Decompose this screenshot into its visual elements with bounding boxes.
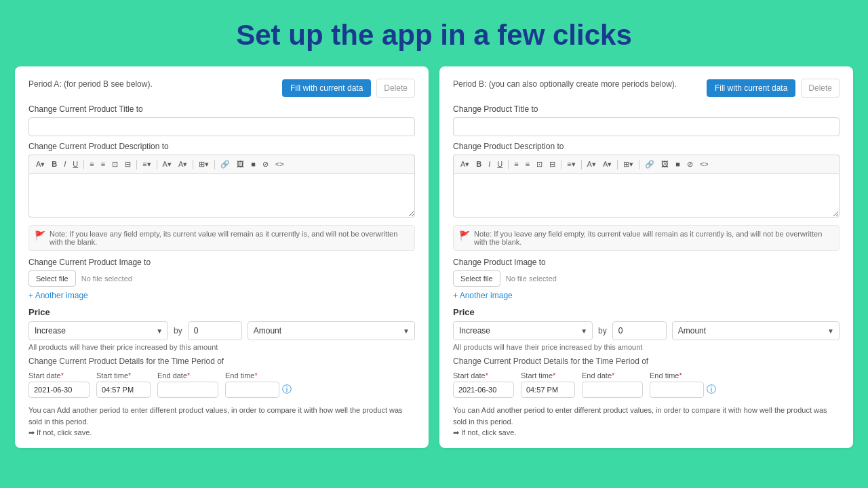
panel-b-toolbar-font-btn[interactable]: A▾ xyxy=(458,158,472,171)
panel-b-toolbar-table-btn[interactable]: ⊞▾ xyxy=(620,158,636,171)
panels-container: Period A: (for period B see below). Fill… xyxy=(0,66,868,448)
panel-a: Period A: (for period B see below). Fill… xyxy=(15,66,429,448)
panel-b-toolbar-underline-btn[interactable]: U xyxy=(494,158,505,171)
panel-b-toolbar-sep2 xyxy=(561,160,561,169)
panel-b-fill-button[interactable]: Fill with current data xyxy=(707,79,795,97)
panel-b-start-time-field: Start time* xyxy=(521,371,575,398)
panel-b-toolbar-code-btn[interactable]: <> xyxy=(697,158,711,171)
panel-b-help-icon[interactable]: ⓘ xyxy=(707,384,716,396)
panel-b-end-time-input[interactable] xyxy=(650,382,704,398)
panel-b-toolbar-ul-btn[interactable]: ≡ xyxy=(511,158,521,171)
panel-a-fill-button[interactable]: Fill with current data xyxy=(282,79,371,97)
toolbar-media-btn[interactable]: ■ xyxy=(248,158,258,171)
panel-b-price-type-select[interactable]: Increase xyxy=(453,321,593,340)
panel-b-toolbar-media-btn[interactable]: ■ xyxy=(673,158,683,171)
panel-a-help-icon[interactable]: ⓘ xyxy=(282,384,292,396)
panel-a-period-details-label: Change Current Product Details for the T… xyxy=(28,357,415,366)
panel-b-title-input[interactable] xyxy=(453,117,840,136)
panel-a-end-date-field: End date* xyxy=(157,371,218,398)
panel-b-toolbar-sep4 xyxy=(617,160,618,169)
panel-b-toolbar-highlight-btn[interactable]: A▾ xyxy=(600,158,614,171)
panel-a-start-time-label: Start time* xyxy=(96,371,151,380)
panel-b-no-file-text: No file selected xyxy=(506,274,557,283)
panel-b-title-label: Change Product Title to xyxy=(453,104,840,114)
panel-a-another-image-link[interactable]: + Another image xyxy=(28,291,88,300)
panel-b-toolbar-sep1 xyxy=(508,160,509,169)
panel-a-price-label: Price xyxy=(28,307,415,317)
panel-b-toolbar-indent-btn[interactable]: ⊟ xyxy=(547,158,558,171)
toolbar-sep5 xyxy=(214,160,215,169)
page-header: Set up the app in a few clicks xyxy=(0,0,868,66)
panel-a-start-date-label: Start date* xyxy=(28,371,90,380)
toolbar-indent-btn[interactable]: ⊟ xyxy=(122,158,134,171)
panel-b-end-date-input[interactable] xyxy=(582,382,643,398)
panel-a-price-type-wrapper: Increase ▼ xyxy=(28,321,168,340)
panel-a-amount-select[interactable]: Amount xyxy=(248,321,415,340)
panel-a-start-time-input[interactable] xyxy=(96,382,151,398)
panel-a-price-number-input[interactable] xyxy=(188,321,242,340)
panel-a-delete-button[interactable]: Delete xyxy=(376,79,415,98)
panel-a-select-file-button[interactable]: Select file xyxy=(28,270,76,287)
panel-a-bottom-note: You can Add another period to enter diff… xyxy=(28,405,415,439)
toolbar-image-btn[interactable]: 🖼 xyxy=(234,158,247,171)
panel-b-delete-button[interactable]: Delete xyxy=(801,79,840,98)
panel-b-image-label: Change Product Image to xyxy=(453,258,840,267)
toolbar-code-btn[interactable]: <> xyxy=(273,158,287,171)
toolbar-bold-btn[interactable]: B xyxy=(49,158,60,171)
panel-a-price-type-select[interactable]: Increase xyxy=(28,321,168,340)
panel-b-toolbar-color-btn[interactable]: A▾ xyxy=(585,158,599,171)
panel-b-toolbar-image-btn[interactable]: 🖼 xyxy=(658,158,671,171)
panel-a-image-upload-row: Select file No file selected xyxy=(28,270,415,287)
panel-b-start-time-input[interactable] xyxy=(521,382,575,398)
panel-a-start-date-field: Start date* xyxy=(28,371,90,398)
toolbar-color-btn[interactable]: A▾ xyxy=(160,158,174,171)
toolbar-ul-btn[interactable]: ≡ xyxy=(87,158,96,171)
toolbar-italic-btn[interactable]: I xyxy=(61,158,68,171)
panel-b-another-image-link[interactable]: + Another image xyxy=(453,291,513,300)
panel-b-toolbar-align-btn[interactable]: ≡▾ xyxy=(564,158,578,171)
toolbar-outdent-btn[interactable]: ⊡ xyxy=(109,158,121,171)
toolbar-link-btn[interactable]: 🔗 xyxy=(218,158,233,171)
panel-a-image-section: Change Current Product Image to Select f… xyxy=(28,258,415,300)
panel-b-start-time-label: Start time* xyxy=(521,371,575,380)
toolbar-align-btn[interactable]: ≡▾ xyxy=(140,158,153,171)
panel-a-end-time-field: End time* ⓘ xyxy=(225,371,292,398)
toolbar-highlight-btn[interactable]: A▾ xyxy=(176,158,190,171)
panel-b-start-date-input[interactable] xyxy=(453,382,514,398)
panel-b-end-time-row: ⓘ xyxy=(650,382,716,398)
panel-a-end-time-input[interactable] xyxy=(225,382,279,398)
panel-a-description-textarea[interactable] xyxy=(28,174,415,218)
panel-b-toolbar-ol-btn[interactable]: ≡ xyxy=(523,158,532,171)
panel-b-amount-select[interactable]: Amount xyxy=(672,321,840,340)
panel-b-toolbar-block-btn[interactable]: ⊘ xyxy=(684,158,696,171)
panel-a-no-file-text: No file selected xyxy=(81,274,132,283)
page-wrapper: Set up the app in a few clicks Period A:… xyxy=(0,0,868,448)
panel-b-toolbar-italic-btn[interactable]: I xyxy=(486,158,493,171)
panel-b-period-details-label: Change Current Product Details for the T… xyxy=(453,357,840,366)
panel-a-title-input[interactable] xyxy=(28,117,415,136)
toolbar-ol-btn[interactable]: ≡ xyxy=(98,158,108,171)
panel-b-toolbar: A▾ B I U ≡ ≡ ⊡ ⊟ ≡▾ A▾ A▾ ⊞▾ 🔗 🖼 ■ xyxy=(453,155,840,174)
panel-b-toolbar-link-btn[interactable]: 🔗 xyxy=(642,158,657,171)
panel-a-end-date-input[interactable] xyxy=(157,382,218,398)
panel-b-toolbar-outdent-btn[interactable]: ⊡ xyxy=(534,158,545,171)
panel-b: Period B: (you can also optionally creat… xyxy=(439,66,853,448)
panel-b-price-number-input[interactable] xyxy=(612,321,667,340)
toolbar-underline-btn[interactable]: U xyxy=(70,158,81,171)
panel-b-note-icon: 🚩 xyxy=(459,230,470,241)
panel-b-description-textarea[interactable] xyxy=(453,174,840,218)
panel-a-start-date-input[interactable] xyxy=(28,382,90,398)
panel-a-end-date-label: End date* xyxy=(157,371,218,380)
panel-b-image-section: Change Product Image to Select file No f… xyxy=(453,258,840,300)
panel-a-title-label: Change Current Product Title to xyxy=(28,104,415,114)
panel-b-period-label: Period B: (you can also optionally creat… xyxy=(453,79,677,89)
panel-b-toolbar-bold-btn[interactable]: B xyxy=(473,158,484,171)
panel-a-end-time-label: End time* xyxy=(225,371,292,380)
toolbar-block-btn[interactable]: ⊘ xyxy=(260,158,271,171)
toolbar-sep4 xyxy=(193,160,193,169)
panel-b-amount-wrapper: Amount ▼ xyxy=(672,321,840,340)
toolbar-table-btn[interactable]: ⊞▾ xyxy=(196,158,212,171)
toolbar-font-btn[interactable]: A▾ xyxy=(33,158,47,171)
panel-b-select-file-button[interactable]: Select file xyxy=(453,270,500,287)
toolbar-sep3 xyxy=(157,160,157,169)
